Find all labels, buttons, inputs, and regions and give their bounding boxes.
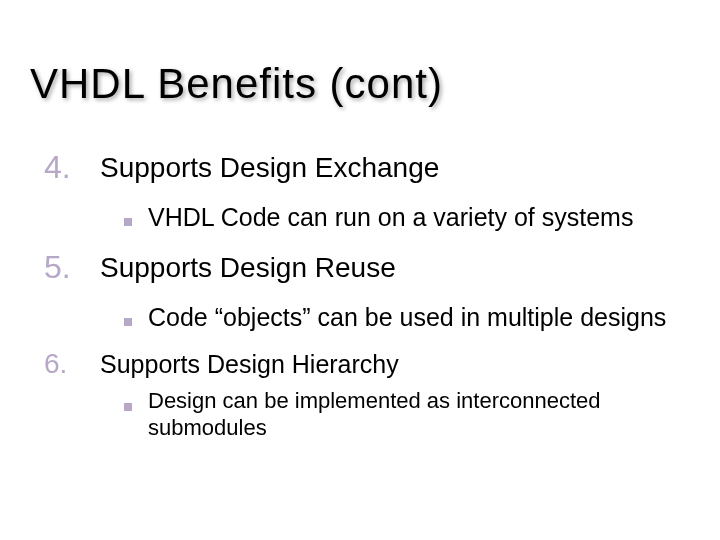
item-text: Supports Design Exchange (100, 148, 690, 185)
item-number: 5. (30, 248, 100, 286)
square-bullet-icon (30, 202, 148, 230)
item-number: 6. (30, 347, 100, 381)
list-item: 5. Supports Design Reuse (30, 248, 690, 286)
square-bullet-icon (30, 302, 148, 330)
sub-item: VHDL Code can run on a variety of system… (30, 202, 690, 233)
item-number: 4. (30, 148, 100, 186)
sub-item: Design can be implemented as interconnec… (30, 387, 690, 442)
sub-item-text: VHDL Code can run on a variety of system… (148, 202, 690, 233)
item-text: Supports Design Reuse (100, 248, 690, 285)
slide-title: VHDL Benefits (cont) (30, 60, 690, 108)
item-text: Supports Design Hierarchy (100, 347, 690, 380)
list-item: 6. Supports Design Hierarchy (30, 347, 690, 381)
sub-item-text: Design can be implemented as interconnec… (148, 387, 690, 442)
sub-item-text: Code “objects” can be used in multiple d… (148, 302, 690, 333)
sub-item: Code “objects” can be used in multiple d… (30, 302, 690, 333)
square-bullet-icon (30, 387, 148, 415)
list-item: 4. Supports Design Exchange (30, 148, 690, 186)
content-list: 4. Supports Design Exchange VHDL Code ca… (30, 148, 690, 442)
slide: VHDL Benefits (cont) 4. Supports Design … (0, 0, 720, 540)
